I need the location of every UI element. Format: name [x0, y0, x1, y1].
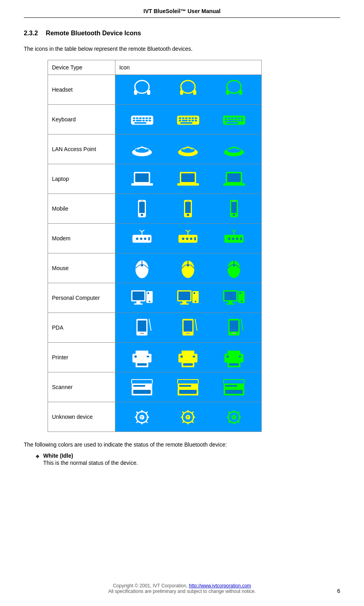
svg-point-135	[241, 301, 242, 302]
svg-text:?: ?	[140, 416, 143, 420]
svg-point-99	[232, 238, 234, 240]
svg-rect-163	[229, 363, 239, 366]
svg-rect-175	[179, 385, 191, 387]
svg-rect-64	[181, 173, 195, 182]
svg-rect-17	[136, 117, 138, 119]
svg-rect-146	[232, 333, 236, 334]
following-text: The following colors are used to indicat…	[24, 441, 340, 448]
device-type-scanner: Scanner	[48, 372, 115, 402]
svg-point-59	[227, 148, 241, 153]
keyboard-icon-white	[129, 109, 155, 130]
svg-rect-36	[182, 120, 188, 121]
svg-rect-46	[238, 117, 240, 119]
table-row: Printer	[48, 343, 262, 372]
svg-rect-161	[228, 351, 240, 355]
pc-icon-green	[221, 287, 247, 309]
pc-icon-white	[129, 287, 155, 309]
svg-line-217	[238, 412, 239, 413]
svg-rect-149	[136, 351, 148, 355]
footer: Copyright © 2001, IVT Corporation, http:…	[0, 583, 364, 594]
laptop-icon-white	[129, 168, 155, 190]
svg-rect-38	[192, 120, 194, 121]
svg-rect-20	[146, 117, 148, 119]
svg-rect-32	[188, 117, 191, 119]
svg-rect-152	[147, 356, 149, 357]
unknown-icon-white: ?	[129, 406, 155, 428]
svg-rect-25	[146, 120, 148, 121]
lan-icon-yellow	[175, 138, 201, 160]
svg-rect-160	[224, 354, 243, 362]
svg-line-205	[192, 421, 193, 423]
svg-rect-52	[241, 120, 243, 121]
bullet-normal: This is the normal status of the device.	[43, 460, 138, 466]
svg-rect-61	[135, 173, 149, 182]
svg-rect-47	[241, 117, 243, 119]
svg-rect-19	[142, 117, 145, 119]
intro-text: The icons in the table below represent t…	[24, 46, 340, 52]
svg-rect-127	[193, 292, 195, 294]
table-row: Personal Computer	[48, 283, 262, 313]
svg-line-215	[228, 412, 230, 413]
svg-rect-182	[225, 385, 237, 387]
svg-rect-21	[149, 117, 151, 119]
svg-rect-125	[180, 303, 189, 305]
svg-rect-30	[182, 117, 184, 119]
svg-rect-164	[239, 356, 241, 357]
svg-rect-142	[186, 333, 190, 334]
svg-rect-42	[225, 117, 227, 119]
svg-rect-72	[140, 201, 144, 201]
svg-rect-34	[195, 117, 197, 119]
col1-header: Device Type	[48, 60, 115, 75]
svg-rect-74	[185, 202, 191, 213]
bullet-diamond-icon: ◆	[36, 453, 39, 459]
svg-rect-124	[182, 301, 186, 303]
mouse-icon-green	[221, 257, 247, 279]
svg-rect-65	[177, 183, 199, 186]
laptop-icon-green	[221, 168, 247, 190]
svg-point-57	[181, 148, 195, 153]
svg-text:?: ?	[232, 416, 235, 420]
section-title: Remote Bluetooth Device Icons	[46, 30, 141, 37]
device-type-mouse: Mouse	[48, 253, 115, 283]
svg-point-79	[233, 214, 235, 216]
svg-rect-43	[228, 117, 230, 119]
svg-rect-158	[193, 356, 195, 357]
col2-header: Icon	[115, 60, 261, 75]
device-type-mobile: Mobile	[48, 194, 115, 224]
device-type-modem: Modem	[48, 224, 115, 253]
svg-line-87	[140, 230, 142, 232]
device-table: Device Type Icon Headset	[48, 60, 262, 432]
svg-line-96	[188, 230, 190, 232]
device-type-laptop: Laptop	[48, 164, 115, 194]
svg-point-98	[228, 238, 230, 240]
svg-rect-35	[179, 120, 181, 121]
svg-rect-93	[194, 237, 196, 240]
copyright-text: Copyright © 2001, IVT Corporation,	[113, 583, 189, 589]
svg-point-55	[135, 148, 149, 153]
svg-rect-85	[148, 237, 150, 240]
svg-rect-24	[142, 120, 145, 121]
modem-icon-green	[221, 228, 247, 249]
svg-rect-39	[195, 120, 197, 121]
mobile-icon-yellow	[175, 198, 201, 220]
svg-point-111	[187, 264, 189, 267]
table-row: Laptop	[48, 164, 262, 194]
svg-rect-176	[179, 390, 197, 394]
icon-cell-mobile	[115, 194, 261, 224]
svg-rect-27	[134, 122, 146, 124]
svg-point-75	[187, 214, 189, 216]
footer-link[interactable]: http://www.ivtcorporation.com	[189, 583, 251, 589]
svg-rect-141	[184, 320, 192, 332]
svg-line-207	[182, 421, 184, 423]
table-row: Mobile	[48, 194, 262, 224]
svg-point-108	[141, 264, 143, 267]
pda-icon-green	[221, 317, 247, 339]
svg-point-90	[182, 238, 184, 240]
mouse-icon-yellow	[175, 257, 201, 279]
keyboard-icon-green	[221, 109, 247, 130]
device-type-keyboard: Keyboard	[48, 105, 115, 134]
svg-rect-45	[234, 117, 237, 119]
svg-rect-23	[136, 120, 142, 121]
table-row: Modem	[48, 224, 262, 253]
svg-rect-62	[131, 183, 153, 186]
